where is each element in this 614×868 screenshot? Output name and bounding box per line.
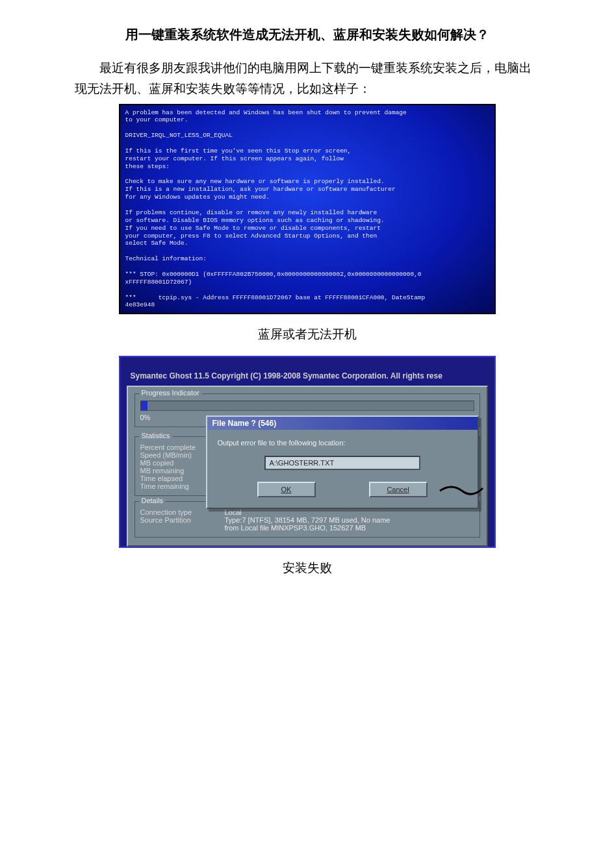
detail-connection-label: Connection type: [140, 508, 225, 516]
details-legend: Details: [139, 497, 166, 504]
caption-install-fail: 安装失败: [75, 560, 539, 577]
caption-bsod: 蓝屏或者无法开机: [75, 326, 539, 343]
detail-source-val: Type:7 [NTFS], 38154 MB, 7297 MB used, N…: [225, 516, 390, 524]
scribble-mark: [439, 480, 484, 500]
detail-source-label: Source Partition: [140, 516, 225, 524]
ok-button[interactable]: OK: [257, 482, 316, 497]
page-title: 用一键重装系统软件造成无法开机、蓝屏和安装失败如何解决？: [75, 26, 539, 43]
dialog-title: File Name ? (546): [207, 417, 478, 430]
error-file-input[interactable]: A:\GHOSTERR.TXT: [264, 456, 420, 470]
dialog-prompt: Output error file to the following locat…: [218, 439, 467, 447]
detail-connection-val: Local: [225, 508, 242, 516]
progress-bar: [140, 401, 474, 411]
progress-legend: Progress Indicator: [139, 389, 202, 397]
error-dialog: File Name ? (546) Output error file to t…: [206, 415, 479, 509]
ghost-titlebar: Symantec Ghost 11.5 Copyright (C) 1998-2…: [127, 369, 488, 383]
intro-paragraph: 最近有很多朋友跟我讲他们的电脑用网上下载的一键重装系统安装之后，电脑出现无法开机…: [75, 58, 539, 100]
bsod-text: A problem has been detected and Windows …: [120, 105, 494, 313]
cancel-button[interactable]: Cancel: [369, 482, 428, 497]
ghost-screenshot: Symantec Ghost 11.5 Copyright (C) 1998-2…: [119, 356, 496, 548]
bsod-screenshot: A problem has been detected and Windows …: [119, 104, 496, 314]
dialog-body: Output error file to the following locat…: [207, 430, 478, 508]
detail-source-val2: from Local file MINXPSP3.GHO, 152627 MB: [225, 524, 366, 532]
statistics-legend: Statistics: [139, 432, 173, 440]
ghost-window: Progress Indicator 0% Statistics Percent…: [127, 386, 488, 547]
progress-fill: [141, 401, 147, 410]
document-page: 用一键重装系统软件造成无法开机、蓝屏和安装失败如何解决？ 最近有很多朋友跟我讲他…: [0, 0, 614, 577]
